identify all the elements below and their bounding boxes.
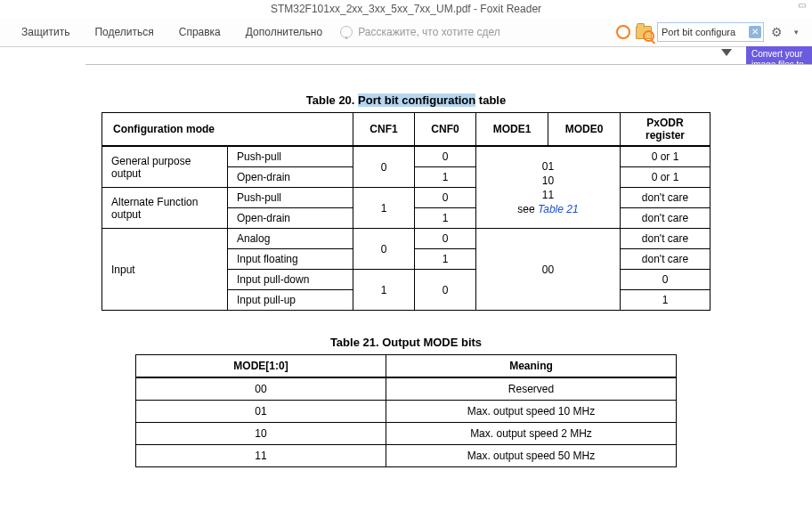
- cell-gp-pushpull: Push-pull: [228, 146, 353, 167]
- cell-af-opendrain: Open-drain: [228, 208, 353, 229]
- cell-gp-label: General purpose output: [102, 146, 228, 188]
- cell-in-label: Input: [102, 229, 228, 311]
- clear-search-icon[interactable]: ✕: [749, 26, 761, 38]
- cell-in-px-3: 1: [621, 290, 710, 311]
- table20-caption: Table 20. Port bit configuration table: [0, 93, 812, 107]
- magnifier-icon: [643, 30, 654, 42]
- menu-item-extra[interactable]: Дополнительно: [233, 26, 335, 38]
- cell-in-cnf0-2: 0: [415, 270, 476, 311]
- cell-gp-px-0: 0 or 1: [621, 146, 710, 167]
- t21-meaning-1: Max. output speed 10 MHz: [386, 401, 677, 423]
- t21-mode-0: 00: [136, 377, 386, 401]
- t21-mode-1: 01: [136, 401, 386, 423]
- open-folder-search-icon[interactable]: [636, 26, 652, 39]
- cell-in-cnf0-1: 1: [415, 249, 476, 270]
- cell-af-cnf1: 1: [353, 188, 415, 229]
- table-row: Input Analog 0 0 00 don't care: [102, 229, 710, 249]
- cell-in-mode: 00: [476, 229, 621, 311]
- table20-th-mode0: MODE0: [548, 113, 621, 147]
- cell-mode-combined: 01 10 11 see Table 21: [476, 146, 621, 229]
- cell-gp-cnf0-1: 1: [415, 167, 476, 188]
- table20-th-config-mode: Configuration mode: [102, 113, 353, 147]
- document-view[interactable]: Table 20. Port bit configuration table C…: [0, 65, 812, 527]
- table20: Configuration mode CNF1 CNF0 MODE1 MODE0…: [102, 112, 710, 311]
- table20-th-pxodr: PxODR register: [621, 113, 710, 147]
- table-row: 11 Max. output speed 50 MHz: [136, 445, 677, 467]
- mode-line-2: 10: [542, 174, 554, 188]
- cell-af-pushpull: Push-pull: [228, 188, 353, 208]
- window-title: STM32F101xx_2xx_3xx_5xx_7xx_UM.pdf - Fox…: [271, 3, 541, 15]
- tell-me-search[interactable]: Расскажите, что хотите сдел: [335, 26, 500, 38]
- toolbar-right: Port bit configura ✕ ⚙ ▾: [616, 22, 803, 42]
- cell-in-px-2: 0: [621, 270, 710, 290]
- mode-line-1: 01: [542, 159, 554, 174]
- mode-see-text: see: [517, 203, 538, 215]
- cell-gp-opendrain: Open-drain: [228, 167, 353, 188]
- settings-dropdown-icon[interactable]: ▾: [789, 25, 803, 39]
- table-row: 00 Reserved: [136, 377, 677, 401]
- window-restore-icon[interactable]: ▭: [796, 0, 807, 11]
- table21-caption: Table 21. Output MODE bits: [0, 336, 812, 349]
- menu-item-protect[interactable]: Защитить: [9, 26, 82, 38]
- settings-gear-icon[interactable]: ⚙: [769, 25, 784, 39]
- table20-th-cnf1: CNF1: [353, 113, 415, 147]
- mode-line-3: 11: [542, 188, 554, 202]
- convert-banner-line1: Convert your: [751, 49, 802, 59]
- cell-in-px-0: don't care: [621, 229, 710, 249]
- cell-af-cnf0-1: 1: [415, 208, 476, 229]
- t21-mode-2: 10: [136, 423, 386, 445]
- window-titlebar: STM32F101xx_2xx_3xx_5xx_7xx_UM.pdf - Fox…: [0, 0, 812, 18]
- ribbon-collapse-icon[interactable]: [721, 49, 732, 56]
- table21-link[interactable]: Table 21: [538, 203, 579, 215]
- find-text-value: Port bit configura: [662, 27, 749, 37]
- cell-af-cnf0-0: 0: [415, 188, 476, 208]
- cell-in-px-1: don't care: [621, 249, 710, 270]
- cell-in-analog: Analog: [228, 229, 353, 249]
- table-row: 10 Max. output speed 2 MHz: [136, 423, 677, 445]
- cell-in-cnf0-0: 0: [415, 229, 476, 249]
- table20-caption-prefix: Table 20.: [306, 93, 358, 107]
- cell-in-pulldown: Input pull-down: [228, 270, 353, 290]
- cell-in-pullup: Input pull-up: [228, 290, 353, 311]
- table20-caption-suffix: table: [475, 93, 506, 107]
- cell-af-px-0: don't care: [621, 188, 710, 208]
- cell-in-cnf1-1: 1: [353, 270, 415, 311]
- account-icon[interactable]: [616, 25, 630, 39]
- cell-gp-cnf0-0: 0: [415, 146, 476, 167]
- table21-th-mode: MODE[1:0]: [136, 355, 386, 378]
- document-content: Table 20. Port bit configuration table C…: [0, 65, 812, 467]
- lightbulb-icon: [340, 26, 353, 38]
- menu-bar: Защитить Поделиться Справка Дополнительн…: [0, 18, 812, 47]
- table21-header-row: MODE[1:0] Meaning: [136, 355, 677, 378]
- table21: MODE[1:0] Meaning 00 Reserved 01 Max. ou…: [135, 354, 677, 467]
- cell-in-floating: Input floating: [228, 249, 353, 270]
- table-row: 01 Max. output speed 10 MHz: [136, 401, 677, 423]
- table-row: General purpose output Push-pull 0 0 01 …: [102, 146, 710, 167]
- t21-meaning-3: Max. output speed 50 MHz: [386, 445, 677, 467]
- t21-meaning-2: Max. output speed 2 MHz: [386, 423, 677, 445]
- tell-me-placeholder: Расскажите, что хотите сдел: [358, 26, 500, 38]
- menu-item-share[interactable]: Поделиться: [82, 26, 166, 38]
- mode-line-4: see Table 21: [517, 202, 578, 216]
- table21-th-meaning: Meaning: [386, 355, 677, 378]
- cell-gp-px-1: 0 or 1: [621, 167, 710, 188]
- cell-gp-cnf1: 0: [353, 146, 415, 188]
- t21-mode-3: 11: [136, 445, 386, 467]
- menu-item-help[interactable]: Справка: [166, 26, 233, 38]
- table20-caption-highlight: Port bit configuration: [358, 93, 475, 107]
- find-text-box[interactable]: Port bit configura ✕: [657, 22, 764, 42]
- cell-in-cnf1-0: 0: [353, 229, 415, 270]
- table20-th-mode1: MODE1: [476, 113, 548, 147]
- table20-th-cnf0: CNF0: [415, 113, 476, 147]
- table20-header-row: Configuration mode CNF1 CNF0 MODE1 MODE0…: [102, 113, 710, 147]
- cell-af-label: Alternate Function output: [102, 188, 228, 229]
- cell-af-px-1: don't care: [621, 208, 710, 229]
- t21-meaning-0: Reserved: [386, 377, 677, 401]
